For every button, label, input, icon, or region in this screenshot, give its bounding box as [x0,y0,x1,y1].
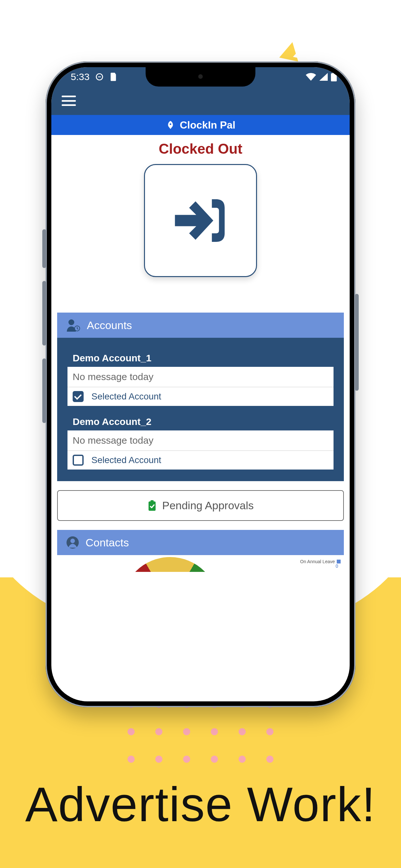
person-circle-icon [66,536,79,549]
rocket-icon [166,120,175,130]
accounts-section-header: Accounts [57,313,344,338]
contacts-section-header: Contacts [57,530,344,555]
account-select-row[interactable]: Selected Account [67,451,334,469]
selected-account-label: Selected Account [91,392,161,402]
svg-rect-1 [333,72,335,73]
headline-text: Advertise Work! [0,777,401,833]
sync-icon [95,73,104,81]
sign-in-icon [165,185,236,256]
dot-row [0,755,401,763]
clock-status-text: Clocked Out [51,135,350,164]
person-clock-icon [66,319,81,332]
account-name: Demo Account_1 [67,349,334,367]
pending-approvals-label: Pending Approvals [162,499,254,512]
wifi-icon [306,73,316,81]
account-message: No message today [67,367,334,387]
gauge-chart [122,557,219,572]
svg-point-9 [70,538,75,543]
account-message: No message today [67,430,334,451]
legend-swatch [337,560,341,563]
selected-account-label: Selected Account [91,455,161,465]
accounts-label: Accounts [87,319,132,332]
phone-notch [146,67,255,87]
sd-card-icon [110,73,117,81]
title-bar: ClockIn Pal [51,115,350,135]
app-header [51,87,350,115]
clock-in-button[interactable] [144,164,257,277]
status-time: 5:33 [71,71,89,82]
checkbox-checked-icon[interactable] [73,391,84,402]
svg-point-3 [68,319,74,325]
account-item[interactable]: Demo Account_2 No message today Selected… [67,412,334,470]
svg-rect-6 [149,501,156,510]
menu-button[interactable] [62,96,76,106]
svg-rect-2 [331,73,337,82]
legend-value: 0 [336,563,338,569]
svg-rect-7 [150,500,154,502]
phone-frame: 5:33 [45,61,356,707]
accounts-list: Demo Account_1 No message today Selected… [57,338,344,481]
signal-icon [319,73,328,81]
contacts-label: Contacts [86,536,129,549]
dot-row [0,728,401,735]
legend-item: On Annual Leave 0 [300,557,344,564]
app-title: ClockIn Pal [180,119,236,131]
battery-icon [331,72,337,82]
legend-label: On Annual Leave [300,559,335,564]
home-indicator [158,693,243,696]
account-select-row[interactable]: Selected Account [67,387,334,406]
checkbox-unchecked-icon[interactable] [73,455,84,466]
action-area [51,164,350,313]
account-item[interactable]: Demo Account_1 No message today Selected… [67,349,334,407]
account-name: Demo Account_2 [67,413,334,430]
pending-approvals-button[interactable]: Pending Approvals [57,490,344,521]
gauge-row: On Annual Leave 0 [57,557,344,572]
phone-screen: 5:33 [51,67,350,702]
clipboard-check-icon [147,500,157,511]
